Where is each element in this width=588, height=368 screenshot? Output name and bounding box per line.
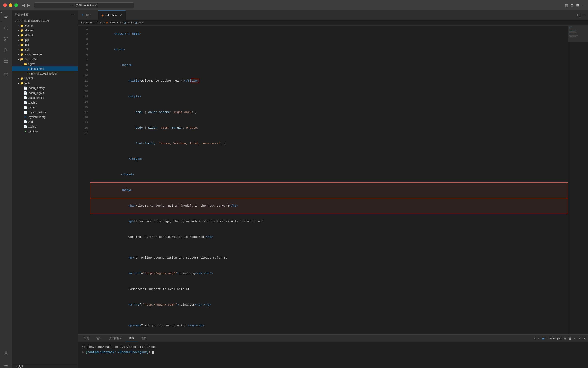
- tab-layout-button[interactable]: ⊟: [577, 13, 579, 17]
- tree-item-mynginx-json[interactable]: { } mynginx001.info.json: [12, 71, 78, 76]
- terminal-tab-ports[interactable]: 端口: [138, 335, 150, 342]
- tree-item-mysql-history[interactable]: 📄 .mysql_history: [12, 110, 78, 115]
- tab-more-button[interactable]: …: [582, 13, 586, 17]
- more-button[interactable]: …: [582, 3, 585, 7]
- bash-logout-label: .bash_logout: [28, 91, 44, 94]
- tree-item-dotnet[interactable]: ▸ 📁 .dotnet: [12, 33, 78, 38]
- index-html-icon: ◈: [27, 67, 30, 71]
- tree-item-bash-history[interactable]: 📄 .bash_history: [12, 86, 78, 91]
- pki-arrow: ▸: [17, 43, 20, 46]
- svg-line-1: [7, 29, 8, 30]
- tcshrc-icon: 📄: [24, 125, 27, 128]
- terminal-chevron-button[interactable]: ∨: [538, 337, 540, 340]
- output-tab-label: 输出: [97, 337, 102, 340]
- terminal-close-button[interactable]: ✕: [583, 337, 586, 340]
- activity-search[interactable]: [1, 23, 11, 33]
- terminal-shell-icon: ⊞: [542, 337, 544, 340]
- activity-files[interactable]: [1, 12, 11, 22]
- titlebar: ◀ ▶ ▦ ⊡ ⊟ …: [0, 0, 588, 10]
- tree-item-pki[interactable]: ▸ 📁 .pki: [12, 42, 78, 47]
- layout-icon[interactable]: ▦: [565, 3, 568, 7]
- window-icon[interactable]: ⊡: [571, 3, 573, 7]
- sidebar-more-icon[interactable]: ···: [72, 13, 75, 16]
- split-icon[interactable]: ⊟: [576, 3, 579, 7]
- mynginx-json-spacer: [24, 72, 27, 75]
- tree-item-bash-logout[interactable]: 📄 .bash_logout: [12, 91, 78, 95]
- vscode-server-arrow: ▸: [17, 53, 20, 56]
- dotnet-arrow: ▸: [17, 34, 20, 37]
- terminal-tab-debug[interactable]: 调试控制台: [105, 335, 125, 342]
- minimap-content: DOCTYPE html html head title Welcome doc…: [568, 26, 588, 86]
- rnd-icon: 📄: [24, 120, 27, 124]
- tree-item-tcshrc[interactable]: 📄 .tcshrc: [12, 124, 78, 129]
- breadcrumb-dockersrc[interactable]: DockerSrc: [81, 21, 93, 24]
- tab-welcome[interactable]: ✦ 欢迎: [78, 10, 98, 20]
- terminal-tab-terminal[interactable]: 终端: [125, 335, 138, 342]
- tree-item-ssh[interactable]: ▸ 📁 .ssh: [12, 47, 78, 52]
- activity-remote[interactable]: [1, 70, 11, 80]
- debug-tab-label: 调试控制台: [109, 337, 122, 340]
- breadcrumb-html[interactable]: ◎ html: [124, 21, 132, 24]
- activity-settings[interactable]: [1, 360, 11, 368]
- viminfo-icon: ✦: [24, 129, 27, 133]
- breadcrumb-sep1: ›: [95, 21, 95, 24]
- terminal-more-button[interactable]: ···: [574, 337, 576, 340]
- tree-item-mysql[interactable]: ▸ 📁 MySQL: [12, 76, 78, 81]
- tree-item-cshrc[interactable]: 📄 .cshrc: [12, 105, 78, 110]
- code-line-11: <body>: [90, 183, 568, 198]
- tree-item-pydistutils[interactable]: ⚙ .pydistutils.cfg: [12, 115, 78, 119]
- terminal-up-button[interactable]: ∧: [579, 337, 581, 340]
- tools-folder-icon: 📁: [20, 82, 24, 85]
- terminal-trash-button[interactable]: 🗑: [569, 337, 572, 340]
- activity-git[interactable]: [1, 34, 11, 44]
- tree-item-rnd[interactable]: 📄 .rnd: [12, 119, 78, 124]
- tree-item-index-html[interactable]: ◈ index.html: [12, 66, 78, 71]
- tree-item-bashrc[interactable]: 📄 .bashrc: [12, 100, 78, 105]
- tree-item-tools[interactable]: ▸ 📁 tools: [12, 81, 78, 86]
- tcshrc-spacer: [20, 125, 24, 128]
- titlebar-search[interactable]: [34, 2, 134, 8]
- breadcrumb: DockerSrc › nginx › ◈ index.html › ◎ htm…: [78, 20, 588, 26]
- terminal-add-button[interactable]: +: [534, 337, 535, 340]
- minimize-button[interactable]: [9, 3, 12, 7]
- terminal-split-button[interactable]: ⊟: [564, 337, 566, 340]
- breadcrumb-body[interactable]: ◎ body: [135, 21, 144, 24]
- outline-item[interactable]: ▸ 大纲: [12, 364, 78, 368]
- tree-root[interactable]: ▾ ROOT [SSH: ROOTALIBABA]: [12, 19, 78, 23]
- bashrc-label: .bashrc: [28, 101, 37, 104]
- tree-item-cache[interactable]: ▸ 📁 .cache: [12, 23, 78, 28]
- nginx-label: nginx: [28, 63, 35, 66]
- tab-index-html[interactable]: ◈ index.html ✕: [98, 10, 126, 20]
- mynginx-json-label: mynginx001.info.json: [31, 72, 58, 75]
- terminal-name-badge: bash - nginx: [549, 337, 562, 340]
- close-button[interactable]: [3, 3, 7, 7]
- terminal-tab-problems[interactable]: 问题: [80, 335, 93, 342]
- back-button[interactable]: ◀: [22, 3, 25, 7]
- tree-item-dockersrc[interactable]: ▾ 📂 DockerSrc: [12, 57, 78, 62]
- breadcrumb-nginx[interactable]: nginx: [97, 21, 103, 24]
- forward-button[interactable]: ▶: [27, 3, 30, 7]
- terminal-content: You have new mail in /var/spool/mail/roo…: [78, 342, 588, 368]
- code-line-14: working. Further configuration is requir…: [90, 230, 568, 245]
- activity-debug[interactable]: [1, 45, 11, 55]
- cshrc-spacer: [20, 106, 24, 109]
- breadcrumb-index-html[interactable]: ◈ index.html: [106, 21, 121, 24]
- maximize-button[interactable]: [14, 3, 18, 7]
- tree-item-vscode-server[interactable]: ▸ 📁 .vscode-server: [12, 52, 78, 57]
- tree-item-nginx[interactable]: ▾ 📂 nginx: [12, 62, 78, 66]
- tree-item-bash-profile[interactable]: 📄 .bash_profile: [12, 95, 78, 100]
- tree-item-docker[interactable]: ▸ 📁 .docker: [12, 28, 78, 33]
- code-line-8: font-family: Tahoma, Verdana, Arial, san…: [90, 136, 568, 151]
- tree-item-viminfo[interactable]: ✦ .viminfo: [12, 129, 78, 134]
- terminal-tab-output[interactable]: 输出: [93, 335, 105, 342]
- activity-extensions[interactable]: [1, 56, 11, 66]
- tab-close-button[interactable]: ✕: [120, 14, 122, 17]
- titlebar-right: ▦ ⊡ ⊟ …: [565, 3, 585, 7]
- svg-rect-9: [4, 61, 6, 63]
- tools-arrow: ▸: [17, 82, 20, 85]
- main-layout: 资源管理器 ··· ▾ ROOT [SSH: ROOTALIBABA] ▸ 📁 …: [0, 10, 588, 368]
- terminal-panel: 问题 输出 调试控制台 终端 端口 +: [78, 334, 588, 368]
- activity-account[interactable]: [1, 348, 11, 358]
- code-area[interactable]: <!DOCTYPE html> <html> <head> <title>Wel…: [90, 26, 568, 334]
- tree-item-pip[interactable]: ▸ 📁 .pip: [12, 38, 78, 42]
